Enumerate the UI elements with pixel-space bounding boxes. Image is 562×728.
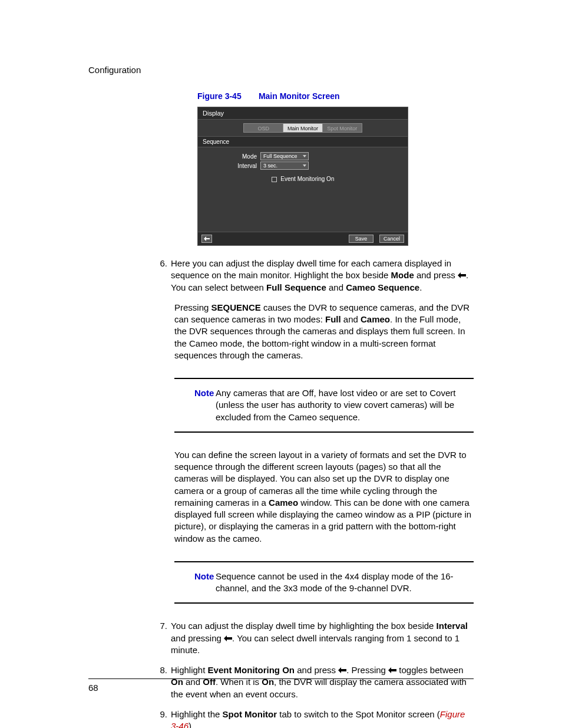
step-list: 6. Here you can adjust the display dwell…	[88, 258, 474, 728]
row-event-monitoring: Event Monitoring On	[204, 171, 402, 183]
t: and	[341, 314, 361, 324]
dropdown-mode[interactable]: Full Sequence	[260, 152, 309, 160]
back-button[interactable]	[201, 235, 212, 243]
step-6-text: Here you can adjust the display dwell ti…	[171, 258, 474, 294]
page-footer: 68	[88, 678, 474, 693]
note-1: Note Any cameras that are Off, have lost…	[174, 378, 474, 433]
dropdown-interval[interactable]: 3 sec.	[260, 162, 309, 170]
note-1-text: Any cameras that are Off, have lost vide…	[216, 387, 474, 423]
t: Cameo	[269, 498, 298, 508]
t: Interval	[437, 621, 468, 631]
para-layout: You can define the screen layout in a va…	[174, 449, 474, 545]
form-area: Mode Full Sequence Interval 3 sec. Event…	[198, 147, 408, 232]
step-9-number: 9.	[153, 709, 171, 728]
t: Cameo	[361, 314, 390, 324]
t: Spot Monitor	[223, 709, 277, 719]
step-9: 9. Highlight the Spot Monitor tab to swi…	[88, 709, 474, 728]
t: toggles between	[396, 665, 463, 675]
figure-id: Figure 3-45	[197, 91, 256, 101]
back-arrow-icon	[204, 236, 210, 241]
t: .	[419, 282, 422, 292]
t: Full Sequence	[266, 282, 326, 292]
t: and press	[295, 665, 338, 675]
t: Full	[325, 314, 341, 324]
enter-icon	[388, 667, 396, 674]
dropdown-interval-value: 3 sec.	[263, 163, 277, 169]
step-7-text: You can adjust the display dwell time by…	[171, 620, 474, 656]
t: ).	[189, 721, 194, 728]
figure-title: Main Monitor Screen	[259, 91, 340, 101]
subheading-sequence: Sequence	[198, 136, 408, 147]
t: . Pressing	[346, 665, 388, 675]
note-label: Note	[174, 571, 216, 595]
t: and pressing	[171, 633, 224, 643]
blank-area	[204, 183, 402, 229]
enter-icon	[338, 667, 346, 674]
t: tab to switch to the Spot Monitor screen…	[277, 709, 440, 719]
tabs-row: OSD Main Monitor Spot Monitor	[198, 120, 408, 136]
t: and	[326, 282, 346, 292]
checkbox-event-monitoring[interactable]	[272, 177, 277, 182]
note-2: Note Sequence cannot be used in the 4x4 …	[174, 561, 474, 604]
t: Highlight	[171, 665, 208, 675]
t: You can adjust the display dwell time by…	[171, 621, 437, 631]
section-header: Configuration	[88, 65, 474, 75]
figure-caption: Figure 3-45 Main Monitor Screen	[197, 91, 474, 101]
t: Pressing	[174, 302, 211, 312]
t: Event Monitoring On	[208, 665, 295, 675]
enter-icon	[458, 272, 466, 279]
step-7-number: 7.	[153, 620, 171, 656]
t: Mode	[391, 270, 414, 280]
note-label: Note	[174, 387, 216, 423]
t: and press	[414, 270, 458, 280]
step-9-text: Highlight the Spot Monitor tab to switch…	[171, 709, 474, 728]
step-7: 7. You can adjust the display dwell time…	[88, 620, 474, 656]
row-mode: Mode Full Sequence	[204, 152, 402, 160]
dropdown-mode-value: Full Sequence	[263, 153, 297, 159]
tab-osd[interactable]: OSD	[243, 123, 283, 133]
ui-footer: Save Cancel	[198, 232, 408, 245]
checkbox-label: Event Monitoring On	[280, 176, 334, 182]
panel-title: Display	[198, 107, 408, 120]
page-number: 68	[88, 683, 98, 693]
row-interval: Interval 3 sec.	[204, 162, 402, 170]
label-mode: Mode	[204, 153, 260, 160]
t: Highlight the	[171, 709, 223, 719]
tab-main-monitor[interactable]: Main Monitor	[283, 123, 323, 133]
enter-icon	[224, 635, 232, 642]
button-group: Save Cancel	[349, 235, 404, 243]
para-sequence: Pressing SEQUENCE causes the DVR to sequ…	[174, 302, 474, 361]
tab-spot-monitor[interactable]: Spot Monitor	[322, 123, 362, 133]
t: SEQUENCE	[211, 302, 261, 312]
save-button[interactable]: Save	[349, 235, 373, 243]
step-6: 6. Here you can adjust the display dwell…	[88, 258, 474, 294]
note-2-text: Sequence cannot be used in the 4x4 displ…	[216, 571, 474, 595]
label-interval: Interval	[204, 163, 260, 169]
step-6-number: 6.	[153, 258, 171, 294]
cancel-button[interactable]: Cancel	[379, 235, 404, 243]
t: Cameo Sequence	[346, 282, 419, 292]
ui-screenshot: Display OSD Main Monitor Spot Monitor Se…	[197, 107, 408, 246]
